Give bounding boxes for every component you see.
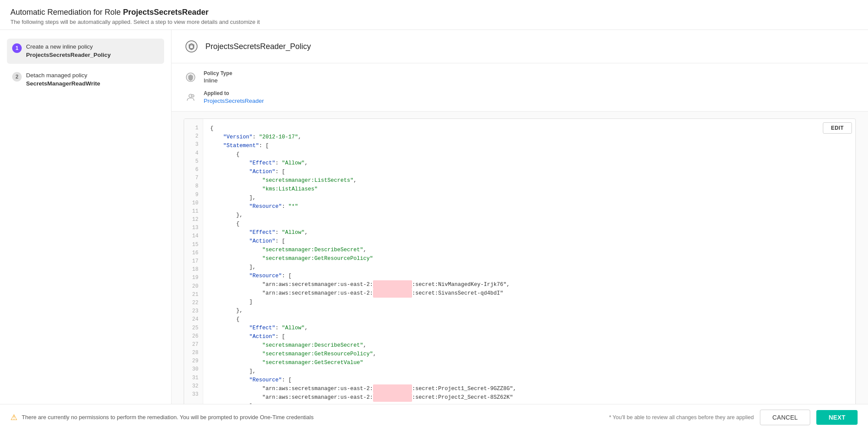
page-header: Automatic Remediation for Role ProjectsS… <box>0 0 868 30</box>
code-editor: EDIT 12345678910111213141516171819202122… <box>184 118 856 404</box>
footer: ⚠ There are currently no permissions to … <box>0 404 868 430</box>
warning-icon: ⚠ <box>10 413 17 422</box>
policy-type-icon <box>184 70 198 84</box>
code-toolbar: EDIT <box>823 122 852 134</box>
footer-right: * You'll be able to review all changes b… <box>609 410 858 425</box>
step-2-number: 2 <box>12 72 22 82</box>
steps-panel: 1 Create a new inline policy ProjectsSec… <box>0 30 172 404</box>
main-content: 1 Create a new inline policy ProjectsSec… <box>0 30 868 404</box>
step-1-number: 1 <box>12 43 22 53</box>
policy-type-label: Policy Type <box>204 70 232 76</box>
step-2-label: Detach managed policy SecretsManagerRead… <box>26 72 159 88</box>
next-button[interactable]: NEXT <box>816 410 858 425</box>
svg-point-5 <box>191 95 194 97</box>
policy-type-value: Inline <box>204 77 232 84</box>
edit-button[interactable]: EDIT <box>823 122 852 134</box>
footer-warning: ⚠ There are currently no permissions to … <box>10 413 314 422</box>
policy-meta: Policy Type Inline Applied to ProjectsSe… <box>172 63 868 112</box>
footer-note: * You'll be able to review all changes b… <box>609 414 754 420</box>
applied-to-link[interactable]: ProjectsSecretsReader <box>204 98 264 104</box>
code-body: { "Version": "2012-10-17", "Statement": … <box>203 119 855 404</box>
step-2[interactable]: 2 Detach managed policy SecretsManagerRe… <box>7 67 164 92</box>
policy-header: ProjectsSecretsReader_Policy <box>172 30 868 63</box>
page-subtitle: The following steps will be automaticall… <box>10 19 858 25</box>
step-1[interactable]: 1 Create a new inline policy ProjectsSec… <box>7 39 164 64</box>
line-numbers: 1234567891011121314151617181920212223242… <box>184 119 203 404</box>
policy-type-row: Policy Type Inline <box>184 70 856 84</box>
code-content: 1234567891011121314151617181920212223242… <box>184 119 855 404</box>
applied-to-label: Applied to <box>204 90 264 96</box>
applied-to-row: Applied to ProjectsSecretsReader <box>184 90 856 104</box>
detail-panel: ProjectsSecretsReader_Policy Policy Type… <box>172 30 868 404</box>
step-1-label: Create a new inline policy ProjectsSecre… <box>26 43 159 59</box>
page-title: Automatic Remediation for Role ProjectsS… <box>10 8 858 17</box>
warning-text: There are currently no permissions to pe… <box>22 414 314 420</box>
applied-to-icon <box>184 90 198 104</box>
policy-icon <box>184 39 199 54</box>
policy-name: ProjectsSecretsReader_Policy <box>205 42 311 51</box>
cancel-button[interactable]: CANCEL <box>760 410 811 425</box>
